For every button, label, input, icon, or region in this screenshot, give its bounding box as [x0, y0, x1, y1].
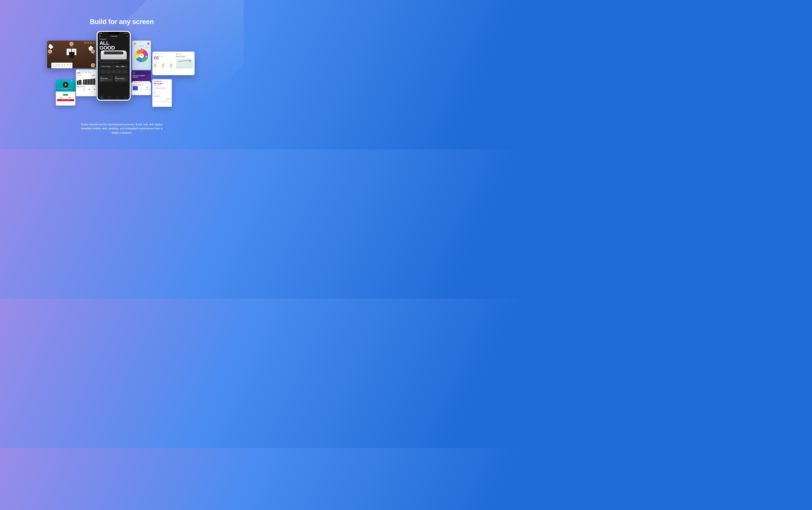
app-collage: ✕ Anna Cler Sam 9♦ K♦ 7♣ 8♣ 9♣ J♣ Q♥ 10♥…: [0, 31, 243, 112]
chip-icon[interactable]: [90, 41, 92, 44]
close-icon[interactable]: ✕: [48, 41, 49, 43]
status-icons: ••• ᯤ ▮: [124, 32, 128, 34]
stat-label: OUVINTES: [68, 98, 71, 98]
forecast-day: THU70° 55°: [170, 63, 173, 68]
fitness-app: ← Alternating Bench Press About Strength…: [76, 69, 96, 96]
vehicle-image: [97, 49, 130, 62]
sun-icon: [162, 64, 164, 66]
commute-map[interactable]: San Francisco: [176, 59, 193, 68]
tile-entertainment[interactable]: 🎭Entertainment: [145, 86, 150, 90]
welcome-title: Welcome to MGM Resorts: [133, 75, 150, 78]
album-cover[interactable]: [63, 82, 68, 88]
key-icon: 🗝: [133, 87, 137, 88]
car-icon[interactable]: 🚗: [126, 35, 128, 37]
player-hand[interactable]: 7♣ 8♣ 9♣ J♣ Q♥ 10♥ K♥: [52, 63, 72, 68]
track-artist: LET THAT'S JAKE?: [63, 89, 68, 89]
remote-cameras-card[interactable]: 📷 Remote Cameras Remote 3D and Remote In…: [114, 75, 128, 82]
player-name: Anna: [70, 46, 72, 47]
exercise-title: Alternating Bench Press: [79, 70, 92, 71]
tab-map-icon[interactable]: [109, 96, 111, 99]
card-game-app: ✕ Anna Cler Sam 9♦ K♦ 7♣ 8♣ 9♣ J♣ Q♥ 10♥…: [47, 40, 96, 68]
horn-icon[interactable]: [118, 70, 120, 73]
unlock-icon[interactable]: [107, 70, 110, 73]
spin-button[interactable]: SPIN: [139, 53, 144, 58]
listen-button[interactable]: OUVIR: [63, 94, 68, 96]
trivia-wheel-app: 🪙 6492 · ✕ 2vs2 James Brown SPIN: [132, 40, 151, 70]
footer-label: Curl 1: [77, 88, 79, 90]
back-icon[interactable]: ←: [77, 70, 78, 71]
chat-icon: 💬: [154, 88, 155, 89]
lock-icon[interactable]: [102, 70, 104, 73]
hero-title: Build for any screen: [0, 18, 243, 26]
transfer-row-when[interactable]: QuandoAgora⌄: [154, 91, 171, 94]
tab-discover-icon[interactable]: [117, 96, 119, 99]
chip-icon[interactable]: [84, 41, 87, 44]
chip-icon[interactable]: [87, 41, 89, 44]
metric-label: 1-REP MAX ⓘ: [77, 75, 82, 76]
metric-delta: +48°: [90, 75, 92, 76]
commute-label: 🚗 Commute: [176, 53, 193, 54]
player-avatar: [134, 42, 136, 45]
commute-time: 20 min to work: [176, 56, 193, 57]
spin-wheel[interactable]: SPIN: [135, 49, 148, 62]
workout-sub: Workout 4: [77, 87, 95, 88]
edit-icon[interactable]: ✎: [163, 83, 164, 84]
commute-meta: Ross · Updated 1 min ago: [176, 55, 193, 56]
tile-dining[interactable]: 🍴Dining: [139, 86, 144, 90]
camera-icon: 📷: [115, 76, 127, 78]
forecast-day: TUE72° 54°: [154, 63, 157, 68]
heart-icon[interactable]: ♡: [74, 80, 75, 81]
tile-checkin[interactable]: 🗝Check In: [133, 86, 138, 90]
tab-profile-icon[interactable]: [124, 96, 127, 99]
charge-percent: 100: [116, 66, 118, 67]
help-heading: What can we help you find?: [132, 84, 151, 86]
tab-volume[interactable]: Volume: [85, 72, 87, 73]
player-name: Player: [93, 67, 95, 68]
player-name: Cler: [48, 54, 50, 55]
card-subtitle: Karl-Dompert-Straße 7, 84130 Dingolfing: [100, 79, 112, 81]
tab-workouts[interactable]: Workouts: [88, 72, 92, 73]
player-avatar-left: [48, 50, 52, 53]
playing-card[interactable]: K♥: [69, 63, 72, 68]
message-input[interactable]: 💬Escrever uma mensagem...: [154, 87, 171, 89]
charge-card[interactable]: 🔌 State of Charge 100% / 556km: [99, 65, 128, 68]
chip-icon[interactable]: [93, 41, 95, 44]
entertainment-icon: 🎭: [145, 87, 150, 88]
temperature: 65: [154, 55, 159, 60]
player-avatar-self[interactable]: [91, 63, 95, 67]
check-status-button[interactable]: Check Status: [99, 38, 107, 40]
transfer-row-institution: InstituiçãoNu Pagamentos S.A. - Institui…: [154, 100, 171, 103]
vehicle-finder-card[interactable]: 🚙 Vehicle Finder Karl-Dompert-Straße 7, …: [99, 75, 113, 82]
last-updated: Updated from vehicle on 9/20/2021 01:59 …: [97, 62, 130, 64]
chevron-down-icon: ⌄: [170, 91, 171, 93]
forecast-day: WED68° 54°: [162, 63, 165, 68]
tab-car-icon[interactable]: [100, 96, 103, 99]
repeat-icon[interactable]: ↻: [72, 80, 74, 81]
coin-badge: 🪙 6492 · ✕: [132, 40, 151, 42]
chat-icon[interactable]: 💬: [71, 80, 72, 81]
tab-power[interactable]: Power: [81, 72, 84, 73]
about-link[interactable]: About: [93, 70, 95, 71]
metric-value: 40: [92, 75, 94, 76]
y-axis-label: 35 lbs: [93, 78, 95, 85]
transfer-amount: R$ 15,00: [154, 82, 162, 85]
climate-icon[interactable]: [123, 70, 125, 73]
download-button[interactable]: BAIXAR TO COMPLETO: [57, 99, 75, 101]
strength-chart: 40 lbs 35 lbs: [77, 78, 95, 85]
wheel-pointer-icon: [141, 49, 142, 50]
stat-value: 26: [83, 88, 85, 90]
smart-display: 🕗 8:00 AM · Tue, Oct 9 65° Clear TUE72° …: [152, 52, 195, 75]
metric-unit: lbs: [94, 75, 95, 76]
match-score: 2vs2: [132, 45, 151, 47]
bell-icon[interactable]: 🔔: [99, 35, 101, 37]
cloud-icon: [170, 64, 172, 66]
vehicle-title: iX xDrive50: [110, 35, 117, 37]
card-title: Remote Cameras: [115, 78, 127, 79]
tab-strength[interactable]: Strength: [77, 72, 80, 73]
transfer-row-type[interactable]: Tipo de transferênciaContas do Nubank⌄: [154, 94, 171, 98]
map-pin-icon: [189, 60, 191, 62]
book-stay-button[interactable]: 📅 Book your next stay ›: [133, 81, 150, 84]
lights-icon[interactable]: [113, 70, 115, 73]
play-icon[interactable]: [65, 84, 66, 86]
stat-value: 20: [88, 88, 90, 90]
